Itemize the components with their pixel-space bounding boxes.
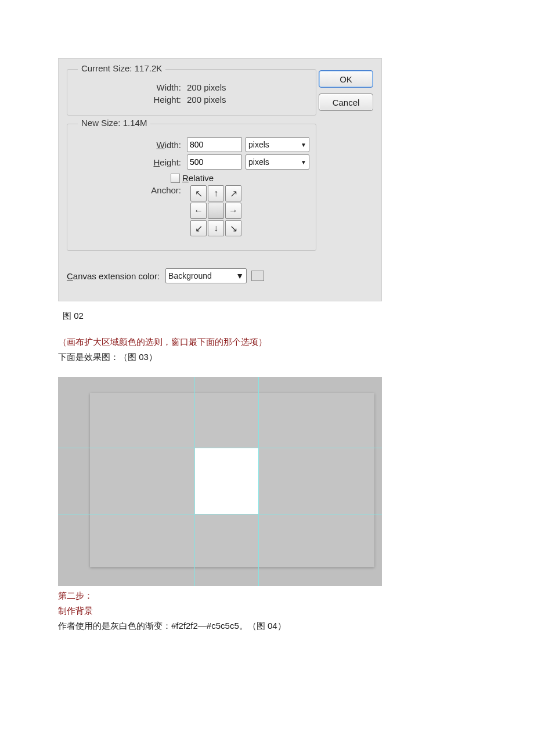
width-unit-select[interactable]: pixels ▼ [246,137,309,152]
current-height-value: 200 pixels [187,95,226,105]
anchor-nw[interactable]: ↖ [190,185,207,201]
guide-line [58,448,382,448]
note-paragraph: （画布扩大区域颜色的选则，窗口最下面的那个选项） 下面是效果图：（图 03） [58,334,534,365]
guide-line [194,377,195,586]
relative-label: Relative [182,173,214,183]
gradient-line: 作者使用的是灰白色的渐变：#f2f2f2—#c5c5c5。（图 04） [58,621,286,631]
anchor-e[interactable]: → [225,203,241,219]
extension-label: Canvas extension color: [67,271,160,281]
current-size-group: Current Size: 117.2K Width: 200 pixels H… [67,69,316,116]
new-width-input[interactable] [187,137,242,152]
figure-03-image [58,377,382,586]
anchor-grid: ↖ ↑ ↗ ← → ↙ ↓ ↘ [190,185,241,236]
dialog-buttons: OK Cancel [319,70,373,111]
width-unit-value: pixels [248,140,269,149]
anchor-sw[interactable]: ↙ [190,220,207,236]
height-unit-select[interactable]: pixels ▼ [246,154,309,170]
anchor-center[interactable] [208,203,224,219]
extension-select[interactable]: Background ▼ [165,268,247,283]
result-line: 下面是效果图：（图 03） [58,352,157,362]
current-width-label: Width: [72,82,187,92]
cancel-button[interactable]: Cancel [319,93,373,111]
new-height-input[interactable] [187,154,242,170]
step2-block: 第二步： 制作背景 作者使用的是灰白色的渐变：#f2f2f2—#c5c5c5。（… [58,588,534,634]
new-size-group: New Size: 1.14M Width: pixels ▼ Height: … [67,124,316,251]
new-height-label: Height: [72,157,187,167]
guide-line [258,377,259,586]
figure-03-white-rect [194,448,258,514]
extension-color-swatch[interactable] [251,271,264,281]
new-width-label: Width: [72,140,187,150]
current-height-label: Height: [72,95,187,105]
height-unit-value: pixels [248,157,269,167]
extension-value: Background [168,271,212,280]
guide-line [58,514,382,514]
step2-label: 第二步： [58,591,93,600]
chevron-down-icon: ▼ [301,142,306,148]
anchor-w[interactable]: ← [190,203,207,219]
note-text: （画布扩大区域颜色的选则，窗口最下面的那个选项） [58,337,267,347]
anchor-label: Anchor: [72,185,187,195]
new-size-title: New Size: 1.14M [78,118,150,128]
anchor-ne[interactable]: ↗ [225,185,241,201]
current-size-title: Current Size: 117.2K [78,63,165,73]
relative-checkbox[interactable] [171,174,180,183]
anchor-n[interactable]: ↑ [208,185,224,201]
step2-title: 制作背景 [58,606,93,615]
chevron-down-icon: ▼ [301,159,306,165]
canvas-size-dialog: OK Cancel Current Size: 117.2K Width: 20… [58,58,382,301]
ok-button[interactable]: OK [319,70,373,88]
current-width-value: 200 pixels [187,82,226,92]
chevron-down-icon: ▼ [236,271,244,280]
extension-row: Canvas extension color: Background ▼ [67,268,373,283]
figure-02-caption: 图 02 [63,311,534,322]
anchor-s[interactable]: ↓ [208,220,224,236]
anchor-se[interactable]: ↘ [225,220,241,236]
